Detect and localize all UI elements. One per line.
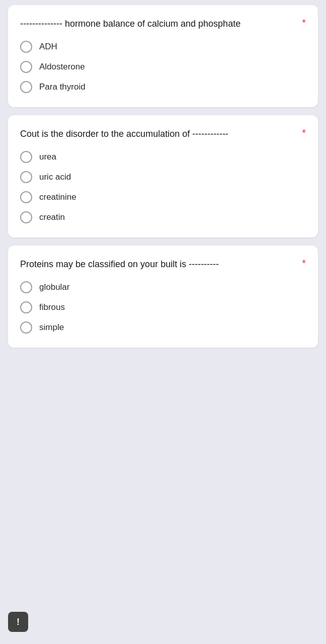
required-star-1: *	[302, 17, 306, 29]
radio-button-3-2[interactable]	[20, 301, 32, 313]
option-label-3-1: globular	[39, 282, 70, 292]
option-item-2-1[interactable]: urea	[20, 151, 306, 163]
option-label-2-3: creatinine	[39, 192, 76, 202]
question-header-3: Proteins may be classified on your built…	[20, 258, 306, 271]
option-item-1-2[interactable]: Aldosterone	[20, 61, 306, 73]
question-card-3: Proteins may be classified on your built…	[8, 246, 318, 348]
option-item-3-3[interactable]: simple	[20, 321, 306, 334]
radio-button-3-3[interactable]	[20, 321, 32, 334]
options-list-2: ureauric acidcreatininecreatin	[20, 151, 306, 223]
question-text-1: -------------- hormone balance of calciu…	[20, 17, 298, 31]
radio-button-3-1[interactable]	[20, 281, 32, 293]
option-label-2-2: uric acid	[39, 172, 71, 182]
question-header-2: Cout is the disorder to the accumulation…	[20, 127, 306, 141]
radio-button-2-2[interactable]	[20, 171, 32, 183]
option-label-3-3: simple	[39, 323, 64, 333]
option-item-2-2[interactable]: uric acid	[20, 171, 306, 183]
radio-button-2-3[interactable]	[20, 191, 32, 203]
option-item-3-2[interactable]: fibrous	[20, 301, 306, 313]
radio-button-2-4[interactable]	[20, 211, 32, 223]
option-item-2-4[interactable]: creatin	[20, 211, 306, 223]
radio-button-1-1[interactable]	[20, 41, 32, 53]
option-label-2-4: creatin	[39, 212, 65, 222]
radio-button-2-1[interactable]	[20, 151, 32, 163]
option-label-1-2: Aldosterone	[39, 62, 85, 72]
page-container: -------------- hormone balance of calciu…	[0, 0, 326, 644]
question-card-2: Cout is the disorder to the accumulation…	[8, 115, 318, 237]
option-label-3-2: fibrous	[39, 302, 65, 312]
question-header-1: -------------- hormone balance of calciu…	[20, 17, 306, 31]
option-label-2-1: urea	[39, 152, 56, 162]
options-list-1: ADHAldosteronePara thyroid	[20, 41, 306, 93]
question-text-3: Proteins may be classified on your built…	[20, 258, 298, 271]
options-list-3: globularfibroussimple	[20, 281, 306, 334]
option-item-3-1[interactable]: globular	[20, 281, 306, 293]
question-text-2: Cout is the disorder to the accumulation…	[20, 127, 298, 141]
option-item-1-3[interactable]: Para thyroid	[20, 81, 306, 93]
question-card-1: -------------- hormone balance of calciu…	[8, 5, 318, 107]
option-label-1-1: ADH	[39, 42, 57, 52]
option-item-1-1[interactable]: ADH	[20, 41, 306, 53]
required-star-3: *	[302, 258, 306, 269]
option-label-1-3: Para thyroid	[39, 82, 86, 92]
radio-button-1-2[interactable]	[20, 61, 32, 73]
option-item-2-3[interactable]: creatinine	[20, 191, 306, 203]
exclamation-icon: !	[17, 617, 20, 627]
floating-action-button[interactable]: !	[8, 612, 28, 632]
required-star-2: *	[302, 127, 306, 139]
radio-button-1-3[interactable]	[20, 81, 32, 93]
